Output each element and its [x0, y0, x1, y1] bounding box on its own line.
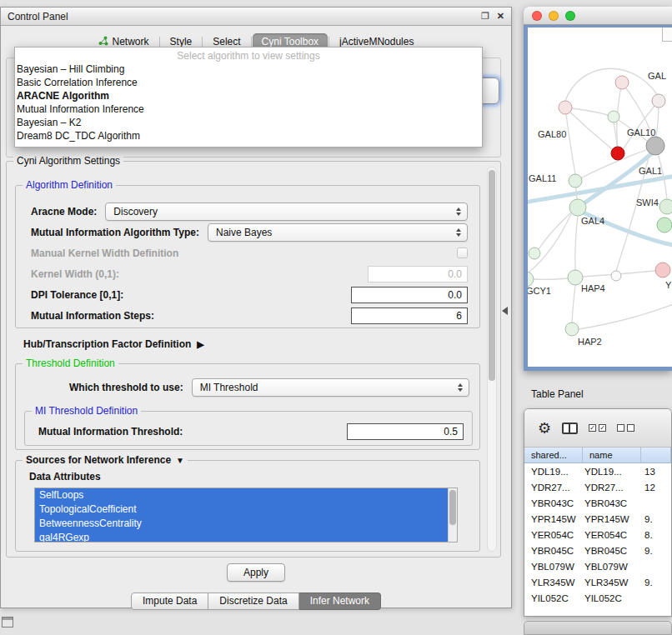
checked-box-icon: ✓: [599, 424, 606, 432]
mi-threshold-field[interactable]: 0.5: [347, 423, 464, 440]
bottom-tab-impute-data[interactable]: Impute Data: [131, 592, 208, 610]
attributes-scrollbar-thumb[interactable]: [449, 490, 456, 525]
network-node[interactable]: [646, 137, 664, 155]
table-row[interactable]: YPR145WYPR145W9.: [524, 511, 671, 527]
algorithm-option[interactable]: ARACNE Algorithm: [15, 89, 482, 102]
table-row[interactable]: YDR27...YDR27...12: [524, 479, 671, 495]
column-header-3[interactable]: [641, 448, 671, 462]
network-node[interactable]: [657, 218, 672, 232]
sources-group: Sources for Network Inference ▼ Data Att…: [15, 460, 480, 552]
table-row[interactable]: YLR345WYLR345W9.: [524, 574, 671, 590]
unchecked-box-icon: [627, 424, 634, 432]
hub-definition-label: Hub/Transcription Factor Definition: [23, 338, 191, 350]
tab-label: Style: [170, 36, 193, 48]
bottom-tab-discretize-data[interactable]: Discretize Data: [208, 592, 298, 610]
column-browser-icon[interactable]: [562, 422, 578, 434]
dpi-tolerance-field[interactable]: 0.0: [351, 287, 468, 303]
table-cell: YDR27...: [524, 482, 583, 492]
sources-legend[interactable]: Sources for Network Inference ▼: [23, 454, 188, 466]
algorithm-option[interactable]: Basic Correlation Inference: [15, 76, 482, 89]
network-scrollbar-corner[interactable]: [662, 28, 672, 42]
network-node[interactable]: [529, 248, 540, 259]
algorithm-option[interactable]: Bayesian – K2: [15, 116, 482, 129]
attributes-scrollbar[interactable]: [448, 488, 457, 542]
float-window-icon[interactable]: ❐: [481, 12, 489, 21]
network-node[interactable]: [652, 94, 665, 108]
network-node[interactable]: [569, 199, 586, 216]
mi-threshold-legend: MI Threshold Definition: [32, 405, 141, 417]
minimize-traffic-light-icon[interactable]: [549, 11, 559, 21]
network-edge: [566, 114, 575, 174]
mi-threshold-label: Mutual Information Threshold:: [38, 426, 183, 438]
network-node[interactable]: [611, 271, 621, 281]
attribute-item[interactable]: gal4RGexp: [35, 531, 457, 542]
manual-kernel-checkbox: [457, 248, 468, 258]
table-cell: YIL052C: [524, 593, 583, 603]
network-node[interactable]: [611, 147, 624, 160]
network-node[interactable]: [615, 76, 629, 89]
settings-scrollbar[interactable]: [487, 167, 497, 552]
tab-separator: [251, 37, 252, 48]
column-header-1[interactable]: shared...: [524, 448, 583, 462]
network-edge: [572, 285, 575, 322]
unchecked-box-icon: [617, 424, 624, 432]
apply-button[interactable]: Apply: [227, 563, 285, 582]
mi-steps-field[interactable]: 6: [351, 308, 468, 324]
scrollbar-thumb[interactable]: [489, 170, 495, 381]
tab-separator: [328, 37, 329, 48]
table-row[interactable]: YBR045CYBR045C9.: [524, 542, 671, 558]
aracne-mode-row: Aracne Mode: Discovery: [16, 201, 479, 222]
algorithm-option[interactable]: Bayesian – Hill Climbing: [15, 62, 482, 76]
network-node[interactable]: [608, 111, 619, 122]
table-row[interactable]: YBR043CYBR043C: [524, 495, 671, 511]
hide-all-columns-icon[interactable]: [617, 424, 634, 432]
hub-definition-section[interactable]: Hub/Transcription Factor Definition ▶: [23, 338, 204, 350]
table-cell: YBL079W: [524, 562, 583, 572]
table-cell: 9.: [641, 546, 671, 556]
network-node[interactable]: [655, 262, 670, 278]
network-node[interactable]: [569, 174, 582, 188]
mi-threshold-definition-group: MI Threshold Definition Mutual Informati…: [24, 411, 473, 446]
network-node[interactable]: [559, 101, 572, 114]
data-attributes-list[interactable]: SelfLoopsTopologicalCoefficientBetweenne…: [34, 488, 458, 542]
attribute-item[interactable]: SelfLoops: [35, 488, 457, 502]
table-toolbar: ⚙ ✓ ✓: [524, 409, 671, 448]
table-row[interactable]: YIL052CYIL052C: [524, 590, 671, 606]
network-edge: [565, 68, 657, 101]
column-header-2[interactable]: name: [583, 448, 641, 462]
network-node[interactable]: [528, 272, 534, 287]
zoom-traffic-light-icon[interactable]: [565, 11, 575, 21]
mi-type-value: Naive Bayes: [216, 227, 272, 238]
aracne-mode-select[interactable]: Discovery: [105, 202, 468, 221]
network-node[interactable]: [659, 199, 672, 214]
network-node-label: HAP2: [578, 337, 602, 347]
bottom-tab-infer-network[interactable]: Infer Network: [299, 592, 381, 610]
algorithm-option[interactable]: Dream8 DC_TDC Algorithm: [15, 129, 482, 142]
network-node[interactable]: [565, 322, 579, 336]
table-cell: YDR27...: [583, 482, 641, 492]
table-row[interactable]: YDL19...YDL19...13: [524, 463, 671, 479]
show-all-columns-icon[interactable]: ✓ ✓: [589, 424, 606, 432]
close-traffic-light-icon[interactable]: [532, 11, 542, 21]
panel-collapse-arrow-icon[interactable]: [502, 307, 508, 315]
network-edge: [529, 214, 571, 272]
minimized-panel-icon[interactable]: [2, 617, 13, 628]
which-threshold-select[interactable]: MI Threshold: [192, 378, 469, 397]
table-row[interactable]: YBL079WYBL079W: [524, 558, 671, 574]
gear-icon[interactable]: ⚙: [538, 421, 551, 436]
network-node-label: GAL11: [529, 173, 556, 183]
close-window-icon[interactable]: ✕: [497, 12, 504, 21]
table-row[interactable]: YER054CYER054C8.: [524, 527, 671, 542]
table-cell: YBR045C: [524, 546, 583, 556]
network-node-label: GAL80: [538, 129, 566, 139]
network-canvas-area[interactable]: GAL80GAL10GAL11GAL1SWI4GAL4GCY1HAP4HAP2G…: [528, 28, 672, 367]
attribute-item[interactable]: BetweennessCentrality: [35, 517, 457, 531]
kernel-width-field: 0.0: [368, 266, 468, 282]
dpi-tolerance-row: DPI Tolerance [0,1]: 0.0: [16, 284, 479, 305]
mi-type-select[interactable]: Naive Bayes: [208, 223, 468, 242]
table-panel-title: Table Panel: [531, 388, 584, 400]
algorithm-option[interactable]: Mutual Information Inference: [15, 102, 482, 116]
network-node-label: GAL1: [639, 166, 662, 176]
table-header: shared...name: [524, 448, 671, 463]
attribute-item[interactable]: TopologicalCoefficient: [35, 502, 457, 517]
